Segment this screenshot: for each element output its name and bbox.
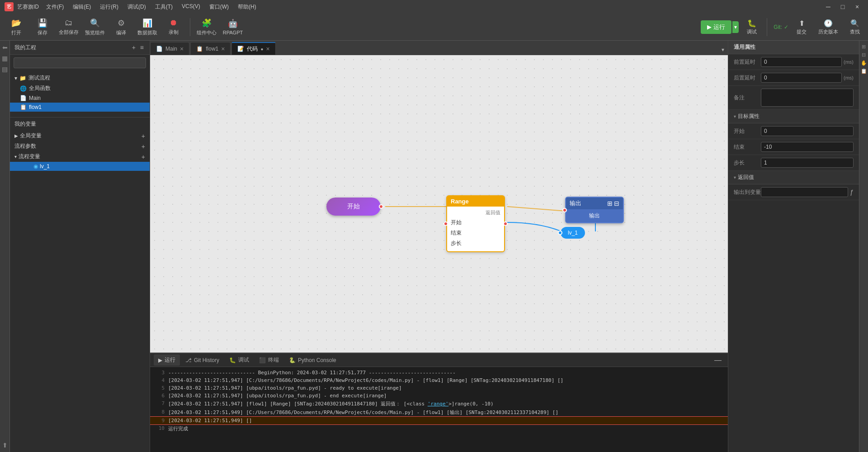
menu-run[interactable]: 运行(R)	[96, 2, 122, 12]
menu-edit[interactable]: 编辑(E)	[69, 2, 94, 12]
menu-file[interactable]: 文件(F)	[42, 2, 67, 12]
tree-item-test-flow[interactable]: ▾ 📁 测试流程	[10, 73, 150, 83]
terminal-tab-icon: ⬛	[259, 357, 266, 363]
save-all-button[interactable]: 🗂 全部保存	[57, 16, 80, 38]
bottom-tab-terminal[interactable]: ⬛ 终端	[255, 354, 283, 366]
variables-header[interactable]: 我的变量	[10, 118, 150, 131]
main-tab-close[interactable]: ×	[180, 45, 184, 52]
code-tab-close[interactable]: ×	[266, 45, 269, 52]
close-button[interactable]: ×	[851, 2, 863, 11]
range-step-label: 步长	[451, 240, 462, 247]
git-status: Git: ✓	[774, 24, 788, 30]
maximize-button[interactable]: □	[836, 2, 849, 11]
preview-button[interactable]: 🔍 预览组件	[83, 16, 107, 38]
lv1-var-item[interactable]: ◉ lv_1	[10, 162, 150, 171]
mini-icon-3[interactable]: ✋	[860, 59, 868, 67]
add-flow-param-button[interactable]: +	[142, 143, 145, 150]
tab-flow1[interactable]: 📋 flow1 ×	[190, 42, 231, 55]
tree-item-global-funcs[interactable]: 🌐 全局函数	[10, 83, 150, 94]
code-tab-icon: 📝	[237, 46, 244, 52]
mini-icon-1[interactable]: ⊞	[860, 42, 868, 51]
sidebar-icon-2[interactable]: ▦	[1, 54, 9, 62]
variables-title: 我的变量	[14, 120, 36, 128]
add-item-button[interactable]: +	[131, 43, 137, 52]
flow-params-item[interactable]: 流程参数 +	[10, 141, 150, 151]
run-dropdown-button[interactable]: ▾	[732, 21, 739, 33]
bottom-minimize-button[interactable]: —	[712, 355, 724, 365]
notes-input[interactable]	[761, 89, 854, 107]
menu-vcs[interactable]: VCS(V)	[178, 2, 204, 12]
sidebar-icon-3[interactable]: ▤	[1, 65, 9, 73]
bottom-tab-run[interactable]: ▶ 运行	[154, 354, 180, 366]
canvas-area[interactable]: 开始 Range 返回值 开始	[150, 55, 728, 353]
minimize-button[interactable]: ─	[822, 2, 835, 11]
add-global-var-button[interactable]: +	[142, 132, 145, 140]
post-delay-input[interactable]	[761, 73, 842, 83]
toolbar-separator	[190, 18, 190, 36]
pre-delay-input[interactable]	[761, 57, 842, 67]
components-label: 组件中心	[197, 29, 217, 36]
sidebar-icon-4[interactable]: ⬆	[1, 441, 9, 449]
submit-button[interactable]: ⬆ 提交	[793, 17, 810, 37]
step-input[interactable]	[761, 158, 854, 168]
open-label: 打开	[11, 29, 21, 36]
lv1-node[interactable]: lv_1	[561, 227, 585, 239]
add-flow-var-button[interactable]: +	[142, 153, 145, 160]
git-history-icon: ⎇	[185, 357, 192, 363]
bottom-tab-git-history[interactable]: ⎇ Git History	[181, 354, 224, 366]
run-tab-icon: ▶	[158, 357, 162, 363]
range-node[interactable]: Range 返回值 开始 结束 步长	[446, 195, 505, 252]
tab-dropdown-button[interactable]: ▾	[718, 45, 728, 55]
log-area[interactable]: 3 ----------------------------- BeginPyt…	[150, 367, 728, 452]
mini-icon-2[interactable]: ⊟	[860, 51, 868, 59]
history-button[interactable]: 🕐 历史版本	[815, 17, 842, 37]
rpagpt-button[interactable]: 🤖 RPAGPT	[221, 16, 245, 38]
compile-button[interactable]: ⚙ 编译	[109, 16, 133, 38]
save-button[interactable]: 💾 保存	[31, 16, 54, 38]
open-button[interactable]: 📂 打开	[5, 16, 28, 38]
start-node[interactable]: 开始	[326, 198, 381, 216]
flow-vars-item[interactable]: ▾ 流程变量 +	[10, 151, 150, 162]
start-input[interactable]	[761, 126, 854, 136]
output-collapse-icon[interactable]: ⊟	[614, 200, 619, 207]
data-capture-button[interactable]: 📊 数据抓取	[136, 16, 159, 38]
window-controls: ─ □ ×	[822, 2, 863, 11]
record-icon: ⏺	[170, 18, 178, 28]
output-node[interactable]: 输出 ⊞ ⊟ 输出	[565, 197, 624, 223]
sidebar-icon-1[interactable]: ⬅	[1, 43, 9, 52]
output-to-func-icon[interactable]: ƒ	[850, 188, 854, 196]
run-button[interactable]: ▶ 运行	[701, 20, 731, 34]
preview-label: 预览组件	[85, 29, 105, 36]
global-vars-item[interactable]: ▶ 全局变量 +	[10, 131, 150, 141]
code-tab-modified-icon: ●	[260, 47, 263, 52]
log-row-3: 3 ----------------------------- BeginPyt…	[150, 369, 728, 377]
output-to-input[interactable]	[761, 187, 848, 197]
debug-tab-label: 调试	[238, 356, 249, 364]
menu-window[interactable]: 窗口(W)	[206, 2, 232, 12]
components-button[interactable]: 🧩 组件中心	[195, 16, 218, 38]
end-input[interactable]	[761, 142, 854, 152]
menu-debug[interactable]: 调试(D)	[124, 2, 150, 12]
debug-tool-button[interactable]: 🐛 调试	[743, 17, 760, 37]
toolbar-separator2	[767, 18, 767, 36]
log-num: 3	[154, 370, 165, 376]
tab-code[interactable]: 📝 代码 ● ×	[231, 42, 275, 55]
tree-item-flow1[interactable]: 📋 flow1	[10, 103, 150, 112]
output-expand-icon[interactable]: ⊞	[607, 200, 613, 207]
search-input[interactable]	[14, 57, 146, 68]
menu-tools[interactable]: 工具(T)	[151, 2, 176, 12]
mini-icon-4[interactable]: 📋	[860, 67, 868, 75]
tree-item-main[interactable]: 📄 Main	[10, 94, 150, 103]
log-text: 运行完成	[168, 425, 724, 432]
record-button[interactable]: ⏺ 录制	[162, 16, 185, 38]
menu-help[interactable]: 帮助(H)	[234, 2, 260, 12]
bottom-tab-python[interactable]: 🐍 Python Console	[284, 354, 341, 366]
bottom-tab-debug[interactable]: 🐛 调试	[225, 354, 254, 366]
log-num: 10	[154, 425, 165, 431]
flow1-tab-close[interactable]: ×	[221, 45, 225, 52]
more-options-button[interactable]: ≡	[139, 43, 145, 52]
search-tool-button[interactable]: 🔍 查找	[846, 17, 863, 37]
return-section-arrow: ▾	[734, 175, 736, 180]
tab-main[interactable]: 📄 Main ×	[150, 42, 189, 55]
range-start-label: 开始	[451, 219, 462, 226]
